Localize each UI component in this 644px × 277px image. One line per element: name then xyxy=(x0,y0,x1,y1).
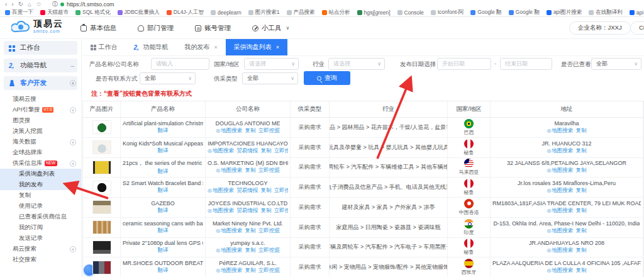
bookmark-item[interactable]: deeplearn xyxy=(211,9,242,16)
chevron-down-icon[interactable]: ∨ xyxy=(70,107,76,113)
sidebar-item-social-search[interactable]: 社交搜索 xyxy=(0,254,81,265)
close-icon[interactable]: × xyxy=(214,44,218,50)
sidebar-item-usage-records[interactable]: 使用记录 xyxy=(0,201,81,212)
bookmark-item[interactable]: 站点分析 xyxy=(322,9,350,16)
tab-function-nav[interactable]: 2, 功能导航 xyxy=(126,39,177,55)
translate-link[interactable]: 翻译 xyxy=(158,147,169,155)
address-action-links[interactable]: 地图搜索 复制 xyxy=(547,187,586,195)
translate-link[interactable]: 翻译 xyxy=(158,267,169,274)
close-icon[interactable]: × xyxy=(276,44,279,50)
sidebar-item-customer-dev[interactable]: 客户开发 ∧ xyxy=(4,76,77,90)
address-action-links[interactable]: 地图搜索 复制 xyxy=(547,227,586,235)
end-date-input[interactable]: 结束日期 xyxy=(500,58,552,70)
app-logo[interactable]: 顶易云 smtso.com xyxy=(11,19,64,33)
nav-item-department[interactable]: 部门管理 xyxy=(138,24,174,33)
forward-icon[interactable]: › xyxy=(11,1,13,8)
bookmark-item[interactable]: api图片搜索 xyxy=(547,9,582,16)
nav-item-account[interactable]: 账号管理 xyxy=(195,24,231,33)
bookmark-item[interactable]: 百度一下 xyxy=(5,9,33,16)
product-image[interactable] xyxy=(92,181,111,195)
bookmark-item[interactable]: SQL 格式化 xyxy=(75,9,111,16)
bookmark-item[interactable]: 天猫超市 xyxy=(40,9,69,16)
chevron-up-icon[interactable]: ∧ xyxy=(70,161,76,167)
company-action-links[interactable]: 地图搜索 贸易情报 复制 立即挖掘 xyxy=(208,187,288,195)
sidebar-item-global-brand-library[interactable]: 全球品牌库 xyxy=(0,147,81,158)
product-image[interactable] xyxy=(92,240,111,254)
bookmark-item[interactable]: Iconfont-阿 xyxy=(431,9,464,16)
translate-link[interactable]: 翻译 xyxy=(158,207,169,215)
product-image[interactable] xyxy=(92,120,111,134)
company-action-links[interactable]: 地图搜索 贸易情报 复制 立即挖掘 xyxy=(208,207,288,215)
home-icon[interactable]: ⌂ xyxy=(28,1,31,8)
sidebar-item-yiyun-search[interactable]: 易云搜索 ∨ xyxy=(0,244,81,254)
bookmark-item[interactable]: JDBC批量插入 xyxy=(118,9,160,16)
industry-select[interactable]: 请选择∨ xyxy=(328,58,385,70)
address-action-links[interactable]: 地图搜索 复制 xyxy=(547,267,586,274)
translate-link[interactable]: 翻译 xyxy=(158,227,169,235)
product-image[interactable] xyxy=(92,200,111,214)
collapse-icon[interactable]: – xyxy=(70,62,74,69)
sidebar-item-function-nav[interactable]: 2, 功能导航 – xyxy=(4,59,77,72)
refresh-icon[interactable]: ↻ xyxy=(18,1,23,8)
company-action-links[interactable]: 地图搜索 复制 立即挖掘 xyxy=(216,127,279,135)
bookmark-item[interactable]: Console xyxy=(397,9,424,16)
sidebar-item-decision-maker-mining[interactable]: 决策人挖掘 xyxy=(0,126,81,137)
contact-select[interactable]: 全部∨ xyxy=(140,72,196,84)
translate-link[interactable]: 翻译 xyxy=(158,247,169,254)
sidebar-item-my-posts[interactable]: 我的发布 xyxy=(0,179,81,190)
sidebar-item-turing-search[interactable]: 图灵搜 xyxy=(0,115,81,126)
search-button[interactable]: 查询 xyxy=(304,71,350,85)
start-date-input[interactable]: 开始日期 xyxy=(437,58,491,70)
tab-workbench[interactable]: 工作台 xyxy=(82,39,126,55)
type-select[interactable]: 全部∨ xyxy=(242,72,298,84)
company-action-links[interactable]: 地图搜索 复制 立即挖掘 xyxy=(216,267,279,274)
crm-permission-badge[interactable]: CRM权限 xyxy=(630,21,644,35)
product-image[interactable] xyxy=(92,140,111,154)
sidebar-item-inquiry-list[interactable]: 采供询盘列表 xyxy=(0,169,81,179)
nav-item-tools[interactable]: 小工具 ∨ xyxy=(252,24,289,33)
sidebar-item-dingyi-cloud-search[interactable]: 顶易云搜 xyxy=(0,94,81,105)
bookmark-star-icon[interactable]: ☆ xyxy=(36,1,42,8)
product-name-input[interactable]: 请输入 xyxy=(151,58,209,70)
url-bar[interactable]: ⓘ https://t.smtso.com xyxy=(52,0,114,8)
bookmark-item[interactable]: 产品搜索 xyxy=(287,9,315,16)
sidebar-item-workbench[interactable]: 工作台 xyxy=(4,41,77,55)
bookmark-item[interactable]: Google 翻 xyxy=(470,9,501,16)
translate-link[interactable]: 翻译 xyxy=(158,187,169,195)
sidebar-item-viewed-suppliers[interactable]: 已查看采供商信息 xyxy=(0,212,81,222)
chevron-up-icon[interactable]: ∧ xyxy=(70,80,76,86)
sidebar-item-send-records[interactable]: 发送记录 xyxy=(0,233,81,244)
address-action-links[interactable]: 地图搜索 复制 xyxy=(547,127,586,135)
nav-item-basic-info[interactable]: 基本信息 xyxy=(80,24,116,33)
bookmark-item[interactable]: Google 翻 xyxy=(509,9,540,16)
translate-link[interactable]: 翻译 xyxy=(158,127,169,135)
bookmark-item[interactable]: api - Qwe xyxy=(630,9,644,16)
address-action-links[interactable]: 地图搜索 复制 xyxy=(547,167,586,174)
chevron-down-icon[interactable]: ∨ xyxy=(70,139,76,145)
translate-link[interactable]: 翻译 xyxy=(158,168,169,176)
info-icon[interactable]: ⓘ xyxy=(52,0,58,8)
company-action-links[interactable]: 地图搜索 贸易情报 复制 立即挖掘 xyxy=(208,147,288,155)
viewed-select[interactable]: 全部∨ xyxy=(591,58,641,70)
back-icon[interactable]: ‹ xyxy=(5,1,7,8)
tab-inquiry-list[interactable]: 采供询盘列表 × xyxy=(226,39,287,55)
product-image[interactable] xyxy=(92,161,111,174)
sidebar-item-copy[interactable]: 复制 xyxy=(0,190,81,201)
address-action-links[interactable]: 地图搜索 复制 xyxy=(547,247,586,254)
bookmark-item[interactable]: hgsj[green] xyxy=(357,9,391,16)
chevron-down-icon[interactable]: ∨ xyxy=(70,246,76,252)
sidebar-item-api-engine-search[interactable]: API引擎搜 V7.0 ∨ xyxy=(0,105,81,115)
product-image[interactable] xyxy=(92,261,111,274)
address-action-links[interactable]: 地图搜索 复制 xyxy=(547,207,586,215)
tab-my-posts[interactable]: 我的发布 × xyxy=(177,39,226,55)
company-action-links[interactable]: 地图搜索 复制 立即挖掘 xyxy=(216,167,279,174)
company-name-badge[interactable]: 企业名称：JXXJ xyxy=(569,21,631,35)
bookmark-item[interactable]: 图片搜索1 xyxy=(248,9,280,16)
sidebar-item-customs-data[interactable]: 海关数据 ∨ xyxy=(0,137,81,147)
company-action-links[interactable]: 地图搜索 复制 立即挖掘 xyxy=(216,227,279,235)
sidebar-item-supply-info-library[interactable]: 供采信息库 NEW ∧ xyxy=(0,158,81,169)
address-action-links[interactable]: 地图搜索 复制 xyxy=(547,147,586,155)
country-select[interactable]: 请选择∨ xyxy=(244,58,299,70)
sidebar-item-my-subscriptions[interactable]: 我的订阅 xyxy=(0,222,81,233)
product-image[interactable] xyxy=(92,220,111,234)
